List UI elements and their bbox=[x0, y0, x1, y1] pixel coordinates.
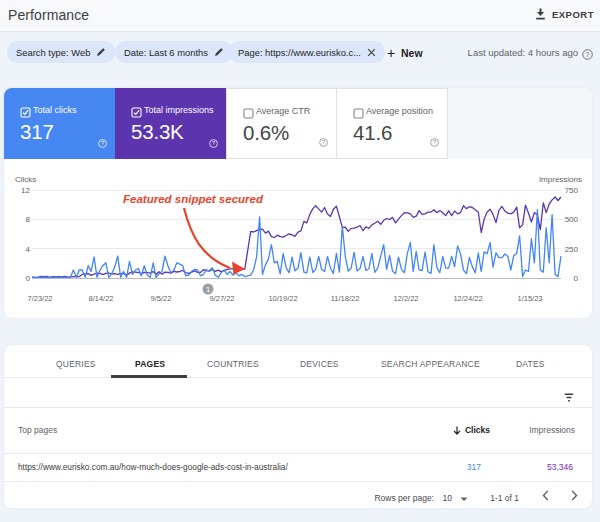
svg-text:7/23/22: 7/23/22 bbox=[27, 294, 52, 303]
svg-text:Clicks: Clicks bbox=[15, 175, 36, 184]
svg-text:10/19/22: 10/19/22 bbox=[268, 294, 297, 303]
svg-text:1/15/23: 1/15/23 bbox=[517, 294, 542, 303]
svg-text:?: ? bbox=[433, 139, 436, 145]
svg-text:4: 4 bbox=[26, 245, 31, 254]
svg-text:0: 0 bbox=[26, 274, 31, 283]
svg-text:?: ? bbox=[101, 140, 104, 146]
svg-text:12: 12 bbox=[21, 186, 30, 195]
svg-text:250: 250 bbox=[565, 245, 579, 254]
svg-text:12/24/22: 12/24/22 bbox=[453, 294, 482, 303]
svg-text:500: 500 bbox=[565, 215, 579, 224]
svg-text:750: 750 bbox=[565, 186, 579, 195]
svg-text:12/2/22: 12/2/22 bbox=[393, 294, 418, 303]
svg-text:?: ? bbox=[322, 139, 325, 145]
svg-text:Featured snippet secured: Featured snippet secured bbox=[123, 193, 264, 205]
svg-text:?: ? bbox=[212, 140, 215, 146]
svg-text:8/14/22: 8/14/22 bbox=[88, 294, 113, 303]
svg-text:0: 0 bbox=[574, 274, 579, 283]
svg-text:9/5/22: 9/5/22 bbox=[151, 294, 172, 303]
svg-text:?: ? bbox=[586, 51, 590, 58]
svg-text:9/27/22: 9/27/22 bbox=[209, 294, 234, 303]
svg-text:11/18/22: 11/18/22 bbox=[331, 294, 360, 303]
svg-text:Impressions: Impressions bbox=[539, 175, 582, 184]
svg-text:8: 8 bbox=[26, 215, 31, 224]
